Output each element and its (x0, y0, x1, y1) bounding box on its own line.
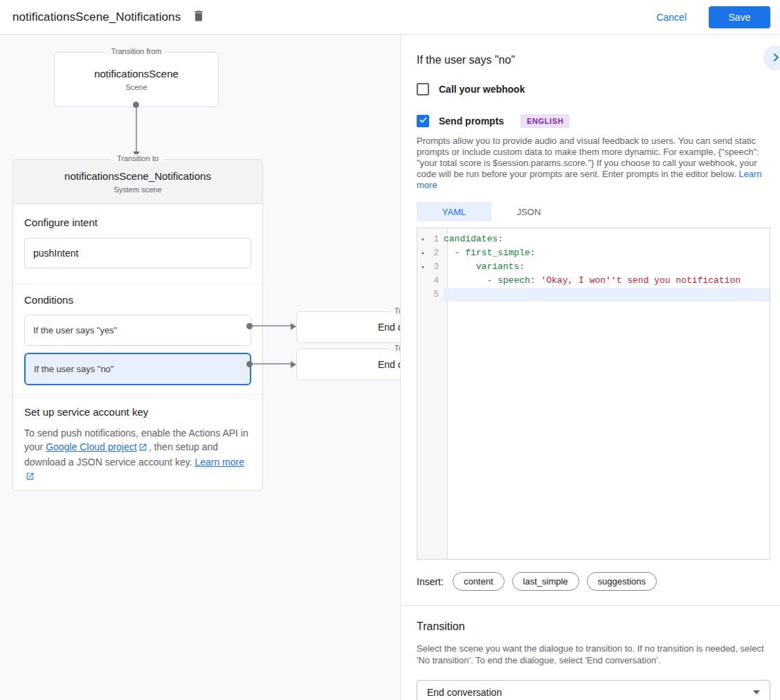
insert-row: Insert: content last_simple suggestions (417, 572, 770, 591)
connector-line (253, 363, 291, 365)
code-line[interactable]: - speech: 'Okay, I won''t send you notif… (444, 274, 770, 288)
transition-section: Transition Select the scene you want the… (401, 620, 780, 700)
code-line[interactable]: candidates: (444, 232, 770, 246)
google-cloud-project-link[interactable]: Google Cloud project (46, 441, 137, 452)
fold-icon[interactable]: ▾ (417, 264, 428, 271)
call-webhook-row: Call your webhook (417, 83, 770, 95)
end-box-label: End conversation (378, 359, 400, 370)
condition-item-no[interactable]: If the user says "no" (24, 353, 251, 385)
conditions-heading: Conditions (24, 294, 251, 306)
fold-icon[interactable]: ▾ (417, 236, 428, 243)
scene-diagram-panel: Transition from notificationsScene Scene… (0, 35, 400, 700)
cancel-button[interactable]: Cancel (656, 12, 687, 23)
prompts-description: Prompts allow you to provide audio and v… (417, 136, 770, 191)
code-line[interactable]: variants: (444, 260, 770, 274)
service-key-section: Set up service account key To send push … (13, 395, 262, 484)
connector-dot (246, 323, 253, 329)
send-prompts-label: Send prompts (439, 116, 504, 127)
transition-select[interactable]: End conversation (417, 680, 770, 700)
save-button[interactable]: Save (709, 6, 770, 28)
connector-dot (133, 102, 139, 108)
end-conversation-node[interactable]: Transition to End conversation (296, 349, 400, 380)
transition-heading: Transition (417, 620, 770, 633)
transition-from-node[interactable]: Transition from notificationsScene Scene (54, 52, 219, 107)
arrow-right-icon (291, 323, 296, 330)
top-bar: notificationsScene_Notifications Cancel … (0, 0, 780, 35)
line-number: 5 (428, 290, 444, 300)
external-link-icon[interactable] (138, 441, 147, 455)
line-number: 3 (428, 262, 444, 272)
service-key-text: To send push notifications, enable the A… (24, 426, 251, 484)
configure-intent-section: Configure intent pushIntent (13, 204, 262, 284)
condition-item-yes[interactable]: If the user says "yes" (24, 315, 251, 346)
panel-title: If the user says "no" (417, 35, 770, 66)
editor-line[interactable]: ▾ 2 - first_simple: (417, 246, 770, 260)
code-line[interactable]: - first_simple: (444, 246, 770, 260)
end-conversation-node[interactable]: Transition to End conversation (296, 311, 400, 343)
intent-item[interactable]: pushIntent (24, 238, 251, 268)
send-prompts-checkbox[interactable] (417, 115, 429, 127)
end-box-label: End conversation (378, 322, 400, 333)
from-scene-name: notificationsScene (94, 68, 179, 80)
to-scene-name: notificationsScene_Notifications (64, 170, 211, 182)
trash-icon (192, 9, 206, 25)
configure-intent-heading: Configure intent (24, 217, 251, 228)
call-webhook-label: Call your webhook (439, 84, 525, 95)
panel-divider (401, 605, 780, 606)
editor-line[interactable]: 4 - speech: 'Okay, I won''t send you not… (417, 274, 770, 288)
insert-chip-content[interactable]: content (453, 572, 505, 591)
transition-to-card: Transition to notificationsScene_Notific… (12, 159, 263, 491)
transition-description: Select the scene you want the dialogue t… (417, 643, 770, 666)
chevron-right-icon (770, 52, 780, 65)
conditions-section: Conditions If the user says "yes" If the… (13, 284, 262, 394)
transition-select-value: End conversation (427, 687, 502, 698)
yaml-code-editor[interactable]: ▾ 1 candidates: ▾ 2 - first_simple: ▾ 3 … (417, 228, 770, 560)
connector-line (253, 325, 291, 326)
call-webhook-checkbox[interactable] (417, 83, 429, 95)
insert-chip-last-simple[interactable]: last_simple (512, 572, 579, 591)
transition-from-legend: Transition from (106, 47, 167, 55)
insert-label: Insert: (417, 576, 444, 587)
connector-line (136, 107, 137, 152)
line-number: 2 (428, 248, 444, 258)
arrow-right-icon (291, 361, 296, 368)
editor-tabs: YAML JSON (417, 202, 770, 221)
language-badge: ENGLISH (520, 114, 570, 128)
condition-detail-panel: If the user says "no" Call your webhook … (400, 35, 780, 700)
editor-line[interactable]: 5 (417, 288, 770, 302)
fold-icon[interactable]: ▾ (417, 250, 428, 257)
connector-dot (246, 361, 253, 367)
editor-line[interactable]: ▾ 3 variants: (417, 260, 770, 274)
from-scene-type: Scene (125, 83, 147, 91)
page-title: notificationsScene_Notifications (12, 10, 181, 24)
scene-editor-screen: notificationsScene_Notifications Cancel … (0, 0, 780, 700)
end-box-legend: Transition to (389, 306, 400, 315)
editor-line[interactable]: ▾ 1 candidates: (417, 232, 770, 246)
dropdown-caret-icon (753, 690, 760, 694)
tab-yaml[interactable]: YAML (417, 202, 491, 221)
external-link-icon[interactable] (26, 470, 35, 484)
tab-json[interactable]: JSON (491, 202, 566, 221)
insert-chip-suggestions[interactable]: suggestions (587, 572, 657, 591)
service-key-heading: Set up service account key (24, 406, 251, 418)
line-number: 4 (428, 276, 444, 286)
checkmark-icon (419, 115, 428, 127)
prompts-description-text: Prompts allow you to provide audio and v… (417, 136, 759, 179)
code-line-active[interactable] (444, 288, 770, 302)
end-box-legend: Transition to (389, 344, 400, 352)
delete-scene-button[interactable] (192, 9, 206, 25)
to-scene-header[interactable]: notificationsScene_Notifications System … (13, 160, 262, 204)
transition-to-legend: Transition to (111, 154, 164, 163)
learn-more-link[interactable]: Learn more (194, 457, 244, 468)
send-prompts-row: Send prompts ENGLISH (417, 114, 770, 128)
line-number: 1 (428, 234, 444, 244)
to-scene-type: System scene (114, 185, 161, 194)
